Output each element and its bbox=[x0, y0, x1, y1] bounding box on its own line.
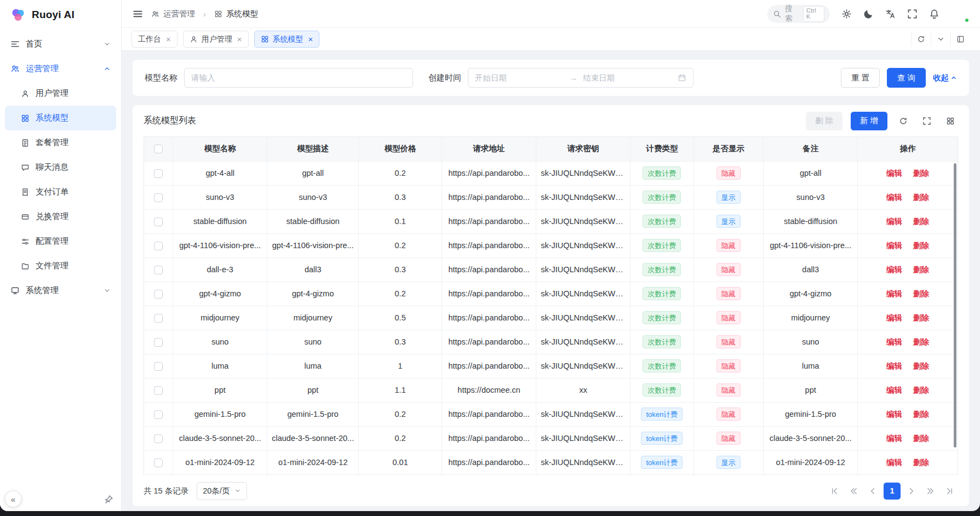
breadcrumb-parent[interactable]: 运营管理 bbox=[151, 9, 195, 19]
jump-forward-icon[interactable] bbox=[922, 483, 939, 500]
gear-icon[interactable] bbox=[841, 9, 852, 19]
remark-cell: midjourney bbox=[764, 306, 858, 330]
model-name-input[interactable]: 请输入 bbox=[184, 68, 413, 88]
current-page-button[interactable]: 1 bbox=[884, 483, 901, 500]
fullscreen-icon[interactable] bbox=[907, 9, 918, 19]
expand-content-icon[interactable] bbox=[950, 32, 970, 47]
edit-link[interactable]: 编辑 bbox=[886, 217, 902, 226]
request-key-cell: sk-JIUQLNndqSeKWU... bbox=[536, 209, 631, 233]
bell-icon[interactable] bbox=[929, 9, 939, 19]
vertical-scrollbar[interactable] bbox=[954, 163, 956, 448]
delete-link[interactable]: 删除 bbox=[913, 169, 929, 177]
delete-link[interactable]: 删除 bbox=[913, 434, 929, 443]
edit-link[interactable]: 编辑 bbox=[886, 193, 902, 202]
delete-button[interactable]: 删 除 bbox=[806, 112, 843, 130]
translate-icon[interactable] bbox=[885, 9, 896, 19]
user-avatar[interactable] bbox=[951, 5, 969, 23]
last-page-icon[interactable] bbox=[941, 483, 958, 500]
page-size-select[interactable]: 20条/页 bbox=[197, 482, 247, 500]
column-header: 备注 bbox=[764, 137, 858, 161]
close-icon[interactable]: × bbox=[237, 35, 242, 43]
breadcrumb-current[interactable]: 系统模型 bbox=[214, 9, 258, 19]
global-search[interactable]: 搜索 Ctrl K bbox=[767, 5, 830, 23]
edit-link[interactable]: 编辑 bbox=[886, 410, 902, 418]
delete-link[interactable]: 删除 bbox=[913, 362, 929, 370]
page-tab[interactable]: 用户管理 × bbox=[183, 31, 249, 48]
row-checkbox[interactable] bbox=[154, 266, 163, 274]
row-checkbox[interactable] bbox=[154, 410, 163, 419]
edit-link[interactable]: 编辑 bbox=[886, 337, 902, 346]
visibility-cell: 隐藏 bbox=[694, 282, 764, 306]
first-page-icon[interactable] bbox=[826, 483, 843, 500]
prev-page-icon[interactable] bbox=[864, 483, 881, 500]
edit-link[interactable]: 编辑 bbox=[886, 434, 902, 443]
row-checkbox[interactable] bbox=[154, 434, 163, 443]
sidebar-subitem[interactable]: 兑换管理 bbox=[5, 204, 116, 229]
row-checkbox[interactable] bbox=[154, 217, 163, 226]
sidebar-collapse-button[interactable]: « bbox=[5, 491, 21, 507]
row-checkbox[interactable] bbox=[154, 314, 163, 323]
delete-link[interactable]: 删除 bbox=[913, 265, 929, 274]
edit-link[interactable]: 编辑 bbox=[886, 289, 902, 298]
row-checkbox[interactable] bbox=[154, 290, 163, 299]
sidebar-subitem[interactable]: 用户管理 bbox=[5, 81, 116, 106]
row-checkbox[interactable] bbox=[154, 458, 163, 467]
model-desc-cell: luma bbox=[267, 354, 359, 378]
add-button[interactable]: 新 增 bbox=[851, 112, 887, 130]
sidebar-item-home[interactable]: 首页 bbox=[5, 32, 116, 56]
query-button[interactable]: 查 询 bbox=[887, 68, 926, 88]
sidebar-item-operations[interactable]: 运营管理 bbox=[5, 56, 116, 81]
edit-link[interactable]: 编辑 bbox=[886, 265, 902, 274]
next-page-icon[interactable] bbox=[903, 483, 920, 500]
row-checkbox[interactable] bbox=[154, 242, 163, 250]
row-checkbox[interactable] bbox=[154, 386, 163, 395]
logo[interactable]: Ruoyi AI bbox=[0, 0, 121, 30]
sidebar-subitem[interactable]: 文件管理 bbox=[5, 254, 116, 278]
refresh-icon[interactable] bbox=[896, 113, 911, 129]
delete-link[interactable]: 删除 bbox=[913, 410, 929, 418]
sidebar-subitem[interactable]: 配置管理 bbox=[5, 229, 116, 254]
fullscreen-icon[interactable] bbox=[919, 113, 935, 129]
row-checkbox[interactable] bbox=[154, 169, 163, 178]
row-checkbox[interactable] bbox=[154, 362, 163, 371]
edit-link[interactable]: 编辑 bbox=[886, 458, 902, 467]
edit-link[interactable]: 编辑 bbox=[886, 241, 902, 250]
row-checkbox[interactable] bbox=[154, 193, 163, 202]
close-icon[interactable]: × bbox=[308, 35, 313, 43]
edit-link[interactable]: 编辑 bbox=[886, 169, 902, 177]
delete-link[interactable]: 删除 bbox=[913, 289, 929, 298]
page-tab[interactable]: 系统模型 × bbox=[254, 31, 320, 48]
sidebar-subitem[interactable]: 支付订单 bbox=[5, 180, 116, 204]
date-range-picker[interactable]: 开始日期 → 结束日期 bbox=[468, 68, 694, 88]
table-body: gpt-4-all gpt-all 0.2 https://api.pandar… bbox=[144, 161, 958, 475]
pin-icon[interactable] bbox=[104, 495, 113, 504]
sidebar-subitem[interactable]: 系统模型 bbox=[5, 106, 116, 130]
collapse-filter-link[interactable]: 收起 bbox=[933, 73, 957, 83]
edit-link[interactable]: 编辑 bbox=[886, 386, 902, 394]
delete-link[interactable]: 删除 bbox=[913, 241, 929, 250]
column-settings-icon[interactable] bbox=[943, 113, 958, 129]
page-tab[interactable]: 工作台 × bbox=[131, 31, 177, 48]
refresh-icon[interactable] bbox=[911, 32, 931, 47]
sidebar-subitem[interactable]: 套餐管理 bbox=[5, 130, 116, 155]
chevron-down-icon[interactable] bbox=[931, 32, 950, 47]
edit-link[interactable]: 编辑 bbox=[886, 362, 902, 370]
menu-icon[interactable] bbox=[133, 9, 143, 19]
sidebar-item-system[interactable]: 系统管理 bbox=[5, 278, 116, 303]
request-url-cell: https://api.pandarobo... bbox=[442, 306, 536, 330]
edit-link[interactable]: 编辑 bbox=[886, 313, 902, 322]
reset-button[interactable]: 重 置 bbox=[841, 68, 880, 88]
remark-cell: suno bbox=[764, 330, 858, 354]
delete-link[interactable]: 删除 bbox=[913, 193, 929, 202]
delete-link[interactable]: 删除 bbox=[913, 217, 929, 226]
select-all-checkbox[interactable] bbox=[154, 145, 163, 153]
jump-back-icon[interactable] bbox=[845, 483, 862, 500]
row-checkbox[interactable] bbox=[154, 338, 163, 347]
delete-link[interactable]: 删除 bbox=[913, 458, 929, 467]
dark-mode-moon-icon[interactable] bbox=[863, 9, 874, 19]
delete-link[interactable]: 删除 bbox=[913, 313, 929, 322]
sidebar-subitem[interactable]: 聊天消息 bbox=[5, 155, 116, 180]
close-icon[interactable]: × bbox=[166, 35, 171, 43]
delete-link[interactable]: 删除 bbox=[913, 386, 929, 394]
delete-link[interactable]: 删除 bbox=[913, 337, 929, 346]
